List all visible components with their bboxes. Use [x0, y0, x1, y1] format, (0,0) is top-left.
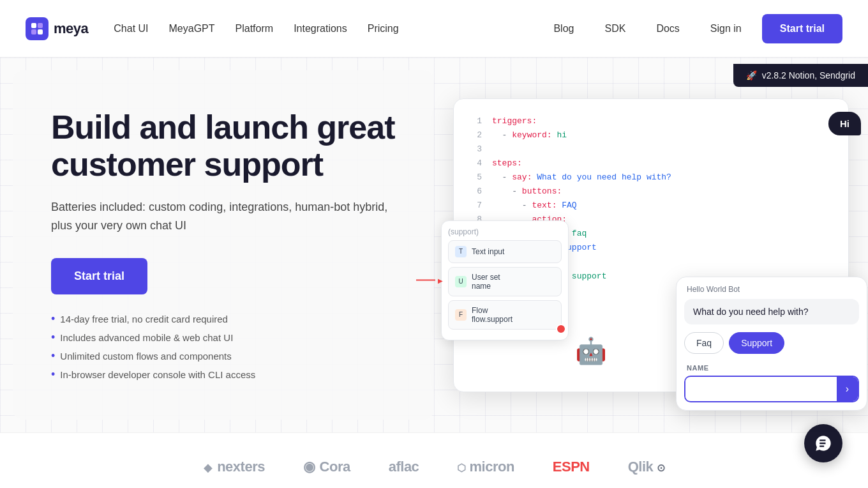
hero-left: Build and launch great customer support … — [13, 70, 434, 420]
svg-rect-1 — [38, 23, 43, 28]
flow-node-delete-indicator — [556, 324, 566, 334]
code-chat-panel: 1triggers: 2 - keyword: hi 3 4steps: 5 -… — [453, 98, 849, 392]
nav-links: Chat UI MeyaGPT Platform Integrations Pr… — [114, 23, 543, 34]
logos-section: ◆ nexters ◉ Cora aflac ⬡ micron ESPN Qli… — [0, 432, 868, 488]
nav-start-trial-button[interactable]: Start trial — [762, 14, 842, 43]
feature-list: 14-day free trial, no credit card requir… — [51, 312, 396, 381]
sdk-link[interactable]: SDK — [594, 18, 636, 40]
hero-right: 1triggers: 2 - keyword: hi 3 4steps: 5 -… — [434, 57, 868, 432]
flow-node-user-set-label: User setname — [472, 273, 500, 291]
chat-action-buttons: Faq Support — [677, 330, 867, 362]
robot-icon: 🤖 — [575, 336, 607, 366]
nav-pricing[interactable]: Pricing — [368, 23, 399, 34]
chat-widget: Hello World Bot What do you need help wi… — [676, 277, 867, 411]
logo-qlik: Qlik ⊙ — [628, 459, 665, 475]
logo-micron: ⬡ micron — [457, 459, 514, 475]
feature-item-1: 14-day free trial, no credit card requir… — [51, 312, 396, 326]
nav-platform[interactable]: Platform — [236, 23, 274, 34]
flow-icon: F — [455, 309, 467, 321]
flow-node-flow-label: Flowflow.support — [472, 306, 513, 324]
hero-section: Build and launch great customer support … — [0, 57, 868, 432]
notification-bar: 🚀 v2.8.2 Notion, Sendgrid — [733, 64, 868, 87]
flow-diagram: (support) T Text input U User setname F … — [441, 220, 569, 340]
logo-aflac: aflac — [389, 459, 419, 475]
nav-chat-ui[interactable]: Chat UI — [114, 23, 148, 34]
chat-name-label: NAME — [677, 362, 867, 373]
chat-support-button[interactable]: Support — [729, 332, 784, 354]
navigation: meya Chat UI MeyaGPT Platform Integratio… — [0, 0, 868, 57]
notification-text: v2.8.2 Notion, Sendgrid — [762, 70, 855, 80]
logo-nexters: ◆ nexters — [204, 459, 265, 475]
logo-text: meya — [54, 20, 88, 37]
logo-mark — [26, 17, 49, 40]
docs-link[interactable]: Docs — [646, 18, 689, 40]
chat-faq-button[interactable]: Faq — [684, 332, 724, 354]
hero-title: Build and launch great customer support — [51, 109, 396, 183]
nav-integrations[interactable]: Integrations — [294, 23, 347, 34]
flow-arrow — [416, 277, 443, 284]
chat-hi-bubble: Hi — [828, 112, 861, 135]
text-input-icon: T — [455, 246, 467, 257]
nav-meyagpt[interactable]: MeyaGPT — [169, 23, 215, 34]
chat-bot-label: Hello World Bot — [677, 277, 867, 296]
feature-item-2: Includes advanced mobile & web chat UI — [51, 331, 396, 344]
flow-node-text-input: T Text input — [448, 240, 562, 263]
flow-label: (support) — [448, 227, 562, 236]
chat-send-button[interactable]: › — [837, 377, 858, 401]
logo[interactable]: meya — [26, 17, 88, 40]
chat-input-row: › — [684, 376, 859, 402]
svg-rect-3 — [38, 29, 43, 34]
hero-start-trial-button[interactable]: Start trial — [51, 258, 147, 294]
flow-node-user-set: U User setname — [448, 267, 562, 296]
nav-right: Blog SDK Docs Sign in Start trial — [543, 14, 842, 43]
chat-question: What do you need help with? — [684, 299, 859, 324]
blog-link[interactable]: Blog — [543, 18, 584, 40]
rocket-icon: 🚀 — [746, 70, 757, 80]
flow-node-flow: F Flowflow.support — [448, 300, 562, 330]
svg-rect-2 — [31, 29, 36, 34]
user-set-icon: U — [455, 276, 467, 287]
logo-espn: ESPN — [553, 459, 590, 475]
chat-name-input[interactable] — [685, 377, 837, 400]
hero-subtitle: Batteries included: custom coding, integ… — [51, 198, 396, 235]
feature-item-4: In-browser developer console with CLI ac… — [51, 368, 396, 381]
logo-cora: ◉ Cora — [303, 459, 350, 475]
feature-item-3: Unlimited custom flows and components — [51, 349, 396, 363]
svg-rect-0 — [31, 23, 36, 28]
flow-node-text-input-label: Text input — [472, 247, 504, 256]
sign-in-button[interactable]: Sign in — [700, 18, 752, 40]
